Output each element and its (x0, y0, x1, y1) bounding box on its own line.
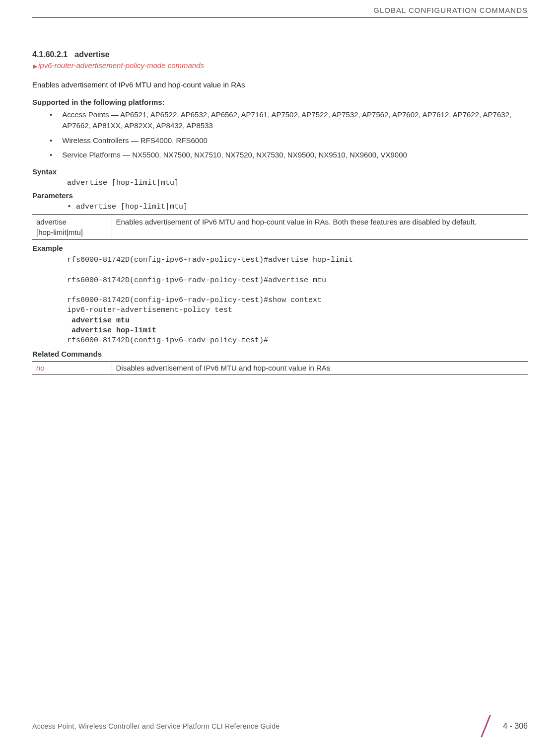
footer: Access Point, Wireless Controller and Se… (0, 714, 560, 738)
mode-link[interactable]: ▶ipv6-router-advertisement-policy-mode c… (33, 61, 528, 70)
footer-title: Access Point, Wireless Controller and Se… (32, 722, 280, 730)
related-table: no Disables advertisement of IPv6 MTU an… (32, 361, 528, 375)
main-content: 4.1.60.2.1 advertise ▶ipv6-router-advert… (32, 18, 528, 375)
parameters-table: advertise [hop-limit|mtu] Enables advert… (32, 214, 528, 240)
syntax-label: Syntax (32, 167, 528, 176)
table-row: no Disables advertisement of IPv6 MTU an… (32, 362, 528, 375)
related-desc-cell: Disables advertisement of IPv6 MTU and h… (112, 362, 528, 375)
list-item-text: Access Points — AP6521, AP6522, AP6532, … (62, 109, 528, 131)
list-item: • Wireless Controllers — RFS4000, RFS600… (50, 135, 528, 146)
page-number: 4 - 306 (503, 722, 528, 731)
list-item-text: Service Platforms — NX5500, NX7500, NX75… (62, 150, 407, 160)
table-row: advertise [hop-limit|mtu] Enables advert… (32, 215, 528, 240)
description: Enables advertisement of IPv6 MTU and ho… (32, 80, 528, 89)
link-text: ipv6-router-advertisement-policy-mode co… (38, 61, 204, 70)
related-cmd-cell[interactable]: no (32, 362, 112, 375)
bullet-icon: • (50, 135, 52, 146)
slash-icon (476, 714, 494, 738)
list-item: • Access Points — AP6521, AP6522, AP6532… (50, 109, 528, 131)
section-heading: 4.1.60.2.1 advertise (32, 50, 528, 59)
param-desc-cell: Enables advertisement of IPv6 MTU and ho… (112, 215, 528, 240)
param-code: • advertise [hop-limit|mtu] (67, 203, 528, 211)
header-title: GLOBAL CONFIGURATION COMMANDS (32, 0, 528, 18)
example-label: Example (32, 244, 528, 252)
syntax-code: advertise [hop-limit|mtu] (67, 179, 528, 187)
list-item-text: Wireless Controllers — RFS4000, RFS6000 (62, 135, 208, 146)
list-item: • Service Platforms — NX5500, NX7500, NX… (50, 150, 528, 160)
bullet-icon: • (50, 109, 52, 131)
supported-list: • Access Points — AP6521, AP6522, AP6532… (50, 109, 528, 160)
footer-right: 4 - 306 (476, 714, 528, 738)
related-label: Related Commands (32, 350, 528, 358)
arrow-icon: ▶ (33, 63, 37, 69)
example-code: rfs6000-81742D(config-ipv6-radv-policy-t… (67, 255, 528, 346)
section-number: 4.1.60.2.1 (32, 50, 68, 59)
supported-label: Supported in the following platforms: (32, 98, 528, 106)
parameters-label: Parameters (32, 191, 528, 200)
param-name-cell: advertise [hop-limit|mtu] (32, 215, 112, 240)
section-title: advertise (74, 50, 109, 59)
bullet-icon: • (50, 150, 52, 160)
